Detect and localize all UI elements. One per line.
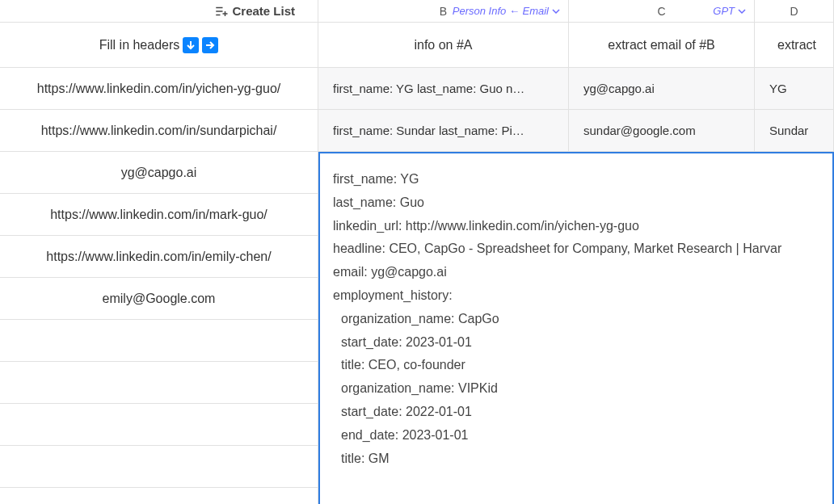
arrow-right-icon	[205, 40, 215, 50]
expanded-line: linkedin_url: http://www.linkedin.com/in…	[333, 215, 819, 238]
cell-a-9[interactable]	[0, 404, 318, 446]
column-d-subheader[interactable]: extract	[755, 23, 834, 68]
column-d-header-top[interactable]: D	[755, 0, 834, 23]
cell-a-11[interactable]	[0, 488, 318, 504]
spreadsheet-grid: Create List B Person Info ← Email C GPT …	[0, 0, 834, 504]
expanded-line: email: yg@capgo.ai	[333, 261, 819, 284]
fill-down-button[interactable]	[183, 37, 199, 53]
column-c-letter: C	[657, 5, 665, 18]
expanded-line: last_name: Guo	[333, 191, 819, 215]
chevron-down-icon	[738, 7, 746, 15]
column-a-subheader: Fill in headers	[0, 23, 318, 68]
expanded-line: headline: CEO, CapGo - Spreadsheet for C…	[333, 237, 819, 261]
column-d-letter: D	[790, 5, 798, 18]
expanded-line: start_date: 2023-01-01	[333, 331, 819, 355]
cell-a-1[interactable]: https://www.linkedin.com/in/yichen-yg-gu…	[0, 68, 318, 110]
column-b-letter: B	[440, 5, 447, 18]
cell-b-2[interactable]: first_name: Sundar last_name: Pi…	[318, 110, 569, 152]
column-c-subheader[interactable]: extract email of #B	[569, 23, 755, 68]
cell-a-8[interactable]	[0, 362, 318, 404]
expanded-line: title: CEO, co-founder	[333, 354, 819, 377]
cell-c-1[interactable]: yg@capgo.ai	[569, 68, 755, 110]
cell-a-7[interactable]	[0, 320, 318, 362]
column-a-top: Create List	[0, 0, 318, 23]
cell-a-10[interactable]	[0, 446, 318, 488]
cell-a-3[interactable]: yg@capgo.ai	[0, 152, 318, 194]
fill-headers-label: Fill in headers	[99, 38, 180, 52]
expanded-line: employment_history:	[333, 284, 819, 308]
cell-d-2[interactable]: Sundar	[755, 110, 834, 152]
cell-a-2[interactable]: https://www.linkedin.com/in/sundarpichai…	[0, 110, 318, 152]
create-list-label: Create List	[232, 4, 295, 18]
cell-a-6[interactable]: emily@Google.com	[0, 278, 318, 320]
expanded-line: organization_name: CapGo	[333, 308, 819, 331]
expanded-line: end_date: 2023-01-01	[333, 424, 819, 447]
expanded-cell[interactable]: first_name: YG last_name: Guo linkedin_u…	[318, 152, 834, 504]
column-c-header-top[interactable]: C GPT	[569, 0, 755, 23]
column-c-type[interactable]: GPT	[713, 5, 746, 17]
expanded-line: title: GM	[333, 447, 819, 471]
column-b-type[interactable]: Person Info ← Email	[453, 5, 560, 17]
cell-b-1[interactable]: first_name: YG last_name: Guo n…	[318, 68, 569, 110]
chevron-down-icon	[552, 7, 560, 15]
cell-d-1[interactable]: YG	[755, 68, 834, 110]
expanded-line: organization_name: VIPKid	[333, 377, 819, 401]
create-list-button[interactable]: Create List	[214, 4, 295, 19]
expanded-line: start_date: 2022-01-01	[333, 401, 819, 424]
arrow-down-icon	[186, 40, 196, 50]
column-b-subheader[interactable]: info on #A	[318, 23, 569, 68]
cell-a-5[interactable]: https://www.linkedin.com/in/emily-chen/	[0, 236, 318, 278]
cell-c-2[interactable]: sundar@google.com	[569, 110, 755, 152]
column-b-header-top[interactable]: B Person Info ← Email	[318, 0, 569, 23]
cell-a-4[interactable]: https://www.linkedin.com/in/mark-guo/	[0, 194, 318, 236]
expanded-line: first_name: YG	[333, 168, 819, 191]
fill-right-button[interactable]	[202, 37, 218, 53]
list-add-icon	[214, 4, 229, 19]
